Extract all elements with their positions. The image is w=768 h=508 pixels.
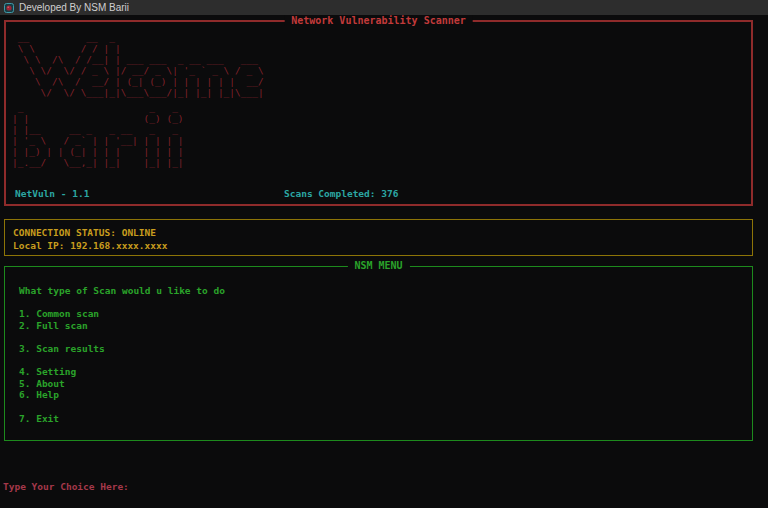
connection-status-label: CONNECTION STATUS: ONLINE bbox=[13, 226, 752, 239]
menu-item-common-scan: 1. Common scan bbox=[19, 308, 752, 320]
blank-line bbox=[19, 297, 752, 309]
menu-panel: NSM MENU What type of Scan would u like … bbox=[4, 266, 753, 441]
menu-item-full-scan: 2. Full scan bbox=[19, 320, 752, 332]
scanner-info-row: NetVuln - 1.1 Scans Completed: 376 bbox=[10, 188, 750, 200]
choice-prompt[interactable]: Type Your Choice Here: bbox=[3, 481, 129, 492]
welcome-ascii-art: __ __ _ \ \ / / | | \ \ /\ / /__| | ___ … bbox=[12, 32, 751, 98]
blank-line bbox=[19, 401, 752, 413]
version-label: NetVuln - 1.1 bbox=[15, 188, 89, 199]
blank-line bbox=[19, 355, 752, 367]
menu-item-help: 6. Help bbox=[19, 389, 752, 401]
window-title: Developed By NSM Barii bbox=[19, 2, 129, 13]
scanner-panel-title: Network Vulnerability Scanner bbox=[284, 15, 473, 26]
local-ip-label: Local IP: 192.168.xxxx.xxxx bbox=[13, 239, 752, 252]
blank-line bbox=[19, 331, 752, 343]
menu-item-setting: 4. Setting bbox=[19, 366, 752, 378]
terminal-window[interactable]: Developed By NSM Barii Network Vulnerabi… bbox=[0, 0, 768, 508]
scanner-panel: Network Vulnerability Scanner __ __ _ \ … bbox=[4, 20, 753, 206]
menu-panel-title: NSM MENU bbox=[347, 260, 409, 271]
scans-completed-label: Scans Completed: 376 bbox=[284, 188, 398, 199]
app-icon bbox=[4, 3, 14, 13]
menu-item-about: 5. About bbox=[19, 378, 752, 390]
barii-ascii-art: _ _ _ | | (_) (_) | |__ __ _ _ __ _ _ | … bbox=[12, 102, 751, 168]
menu-item-scan-results: 3. Scan results bbox=[19, 343, 752, 355]
status-panel: CONNECTION STATUS: ONLINE Local IP: 192.… bbox=[4, 219, 753, 256]
menu-question: What type of Scan would u like to do bbox=[19, 285, 752, 297]
menu-item-exit: 7. Exit bbox=[19, 413, 752, 425]
window-titlebar[interactable]: Developed By NSM Barii bbox=[0, 0, 768, 15]
